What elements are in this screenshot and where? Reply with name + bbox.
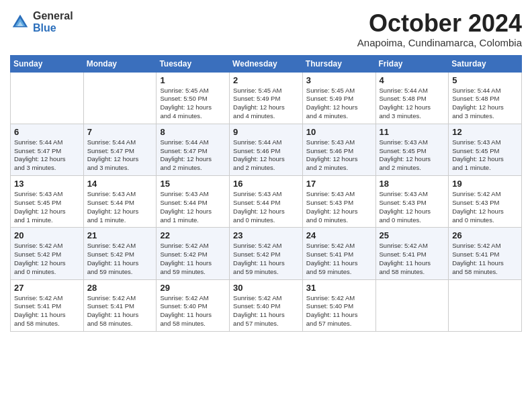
day-detail: Sunrise: 5:43 AM Sunset: 5:45 PM Dayligh… [452,138,518,173]
day-detail: Sunrise: 5:42 AM Sunset: 5:41 PM Dayligh… [14,294,80,328]
calendar-cell: 20Sunrise: 5:42 AM Sunset: 5:42 PM Dayli… [11,228,84,279]
day-number: 25 [380,230,445,240]
weekday-header: Sunday [11,55,84,72]
day-number: 29 [160,283,226,293]
day-number: 8 [160,127,226,137]
calendar-cell: 29Sunrise: 5:42 AM Sunset: 5:40 PM Dayli… [157,279,230,331]
calendar-week-row: 20Sunrise: 5:42 AM Sunset: 5:42 PM Dayli… [11,228,522,279]
calendar-cell [449,279,522,331]
calendar-week-row: 1Sunrise: 5:45 AM Sunset: 5:50 PM Daylig… [11,72,522,124]
day-number: 24 [306,230,372,240]
day-number: 15 [160,179,226,189]
day-detail: Sunrise: 5:42 AM Sunset: 5:42 PM Dayligh… [14,242,80,276]
day-number: 28 [87,283,153,293]
weekday-header: Wednesday [230,55,303,72]
day-detail: Sunrise: 5:42 AM Sunset: 5:41 PM Dayligh… [452,242,518,276]
day-detail: Sunrise: 5:43 AM Sunset: 5:46 PM Dayligh… [306,138,372,173]
logo-icon [10,12,30,32]
calendar-week-row: 27Sunrise: 5:42 AM Sunset: 5:41 PM Dayli… [11,279,522,331]
logo-blue-text: Blue [33,22,73,34]
calendar-cell: 21Sunrise: 5:42 AM Sunset: 5:42 PM Dayli… [83,228,157,279]
calendar-cell: 19Sunrise: 5:42 AM Sunset: 5:43 PM Dayli… [449,176,522,228]
day-detail: Sunrise: 5:42 AM Sunset: 5:40 PM Dayligh… [160,294,226,328]
calendar-cell [375,279,449,331]
day-detail: Sunrise: 5:43 AM Sunset: 5:45 PM Dayligh… [380,138,445,173]
day-number: 17 [306,179,372,189]
weekday-header: Thursday [302,55,375,72]
day-detail: Sunrise: 5:42 AM Sunset: 5:41 PM Dayligh… [87,294,153,328]
day-number: 16 [233,179,299,189]
day-detail: Sunrise: 5:42 AM Sunset: 5:40 PM Dayligh… [233,294,299,328]
day-detail: Sunrise: 5:44 AM Sunset: 5:47 PM Dayligh… [87,138,153,173]
day-number: 1 [160,75,226,85]
calendar-cell: 8Sunrise: 5:44 AM Sunset: 5:47 PM Daylig… [157,124,230,175]
calendar-cell: 14Sunrise: 5:43 AM Sunset: 5:44 PM Dayli… [83,176,157,228]
day-number: 22 [160,230,226,240]
calendar-cell: 10Sunrise: 5:43 AM Sunset: 5:46 PM Dayli… [302,124,375,175]
calendar-cell: 2Sunrise: 5:45 AM Sunset: 5:49 PM Daylig… [230,72,303,124]
day-number: 7 [87,127,153,137]
calendar-cell: 12Sunrise: 5:43 AM Sunset: 5:45 PM Dayli… [449,124,522,175]
calendar-table: SundayMondayTuesdayWednesdayThursdayFrid… [10,55,522,332]
day-detail: Sunrise: 5:42 AM Sunset: 5:41 PM Dayligh… [306,242,372,276]
day-number: 26 [452,230,518,240]
day-number: 12 [452,127,518,137]
day-number: 9 [233,127,299,137]
day-detail: Sunrise: 5:44 AM Sunset: 5:48 PM Dayligh… [452,87,518,121]
calendar-week-row: 6Sunrise: 5:44 AM Sunset: 5:47 PM Daylig… [11,124,522,175]
day-number: 4 [380,75,445,85]
weekday-header: Saturday [449,55,522,72]
calendar-cell: 26Sunrise: 5:42 AM Sunset: 5:41 PM Dayli… [449,228,522,279]
day-detail: Sunrise: 5:44 AM Sunset: 5:46 PM Dayligh… [233,138,299,173]
weekday-header: Monday [83,55,157,72]
calendar-cell: 30Sunrise: 5:42 AM Sunset: 5:40 PM Dayli… [230,279,303,331]
day-number: 3 [306,75,372,85]
day-number: 27 [14,283,80,293]
calendar-cell: 9Sunrise: 5:44 AM Sunset: 5:46 PM Daylig… [230,124,303,175]
logo: General Blue [10,10,73,34]
day-detail: Sunrise: 5:44 AM Sunset: 5:48 PM Dayligh… [380,87,445,121]
calendar-cell: 11Sunrise: 5:43 AM Sunset: 5:45 PM Dayli… [375,124,449,175]
page-header: General Blue October 2024 Anapoima, Cund… [10,10,522,48]
day-number: 5 [452,75,518,85]
calendar-cell: 15Sunrise: 5:43 AM Sunset: 5:44 PM Dayli… [157,176,230,228]
day-detail: Sunrise: 5:45 AM Sunset: 5:50 PM Dayligh… [160,87,226,121]
day-detail: Sunrise: 5:45 AM Sunset: 5:49 PM Dayligh… [233,87,299,121]
calendar-cell: 22Sunrise: 5:42 AM Sunset: 5:42 PM Dayli… [157,228,230,279]
day-detail: Sunrise: 5:43 AM Sunset: 5:43 PM Dayligh… [306,190,372,224]
day-detail: Sunrise: 5:43 AM Sunset: 5:45 PM Dayligh… [14,190,80,224]
day-number: 11 [380,127,445,137]
day-detail: Sunrise: 5:43 AM Sunset: 5:43 PM Dayligh… [380,190,445,224]
day-number: 20 [14,230,80,240]
day-number: 21 [87,230,153,240]
day-number: 6 [14,127,80,137]
calendar-cell: 31Sunrise: 5:42 AM Sunset: 5:40 PM Dayli… [302,279,375,331]
calendar-cell: 23Sunrise: 5:42 AM Sunset: 5:42 PM Dayli… [230,228,303,279]
day-number: 19 [452,179,518,189]
calendar-cell: 13Sunrise: 5:43 AM Sunset: 5:45 PM Dayli… [11,176,84,228]
weekday-header: Friday [375,55,449,72]
day-detail: Sunrise: 5:43 AM Sunset: 5:44 PM Dayligh… [233,190,299,224]
day-detail: Sunrise: 5:42 AM Sunset: 5:42 PM Dayligh… [233,242,299,276]
day-number: 31 [306,283,372,293]
calendar-header-row: SundayMondayTuesdayWednesdayThursdayFrid… [11,55,522,72]
calendar-cell: 7Sunrise: 5:44 AM Sunset: 5:47 PM Daylig… [83,124,157,175]
calendar-cell: 6Sunrise: 5:44 AM Sunset: 5:47 PM Daylig… [11,124,84,175]
calendar-cell: 16Sunrise: 5:43 AM Sunset: 5:44 PM Dayli… [230,176,303,228]
day-number: 13 [14,179,80,189]
calendar-week-row: 13Sunrise: 5:43 AM Sunset: 5:45 PM Dayli… [11,176,522,228]
logo-text: General Blue [33,10,73,34]
day-number: 23 [233,230,299,240]
day-number: 2 [233,75,299,85]
calendar-cell: 17Sunrise: 5:43 AM Sunset: 5:43 PM Dayli… [302,176,375,228]
calendar-cell: 18Sunrise: 5:43 AM Sunset: 5:43 PM Dayli… [375,176,449,228]
month-title: October 2024 [357,10,522,37]
day-detail: Sunrise: 5:45 AM Sunset: 5:49 PM Dayligh… [306,87,372,121]
calendar-cell [11,72,84,124]
day-detail: Sunrise: 5:42 AM Sunset: 5:42 PM Dayligh… [160,242,226,276]
day-detail: Sunrise: 5:42 AM Sunset: 5:42 PM Dayligh… [87,242,153,276]
day-number: 14 [87,179,153,189]
day-detail: Sunrise: 5:44 AM Sunset: 5:47 PM Dayligh… [14,138,80,173]
calendar-cell: 28Sunrise: 5:42 AM Sunset: 5:41 PM Dayli… [83,279,157,331]
location: Anapoima, Cundinamarca, Colombia [357,37,522,48]
